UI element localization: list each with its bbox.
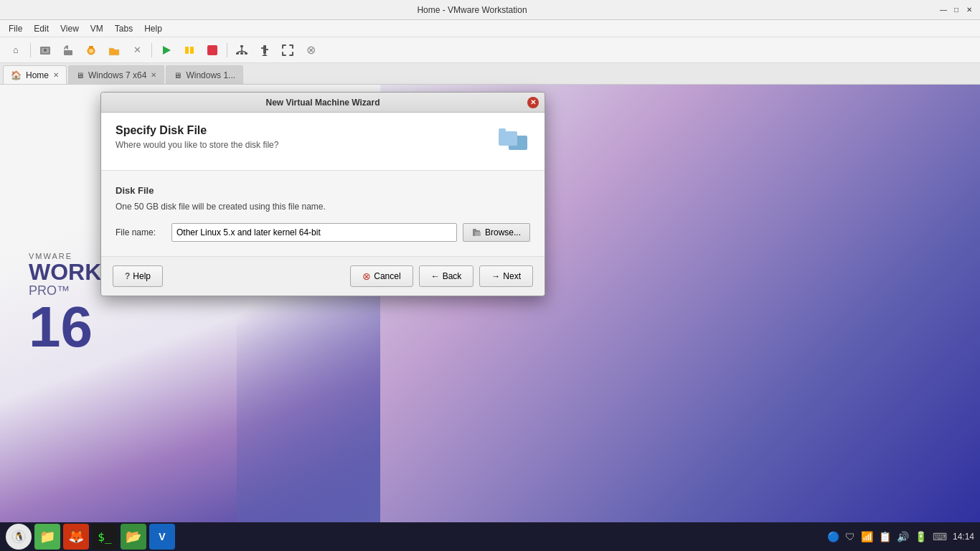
toolbar-power-on[interactable] <box>156 40 176 60</box>
menu-bar: File Edit View VM Tabs Help <box>0 20 980 37</box>
toolbar-separator-1 <box>30 43 31 57</box>
dialog-close-button[interactable]: ✕ <box>527 97 539 108</box>
title-bar: Home - VMware Workstation — □ ✕ <box>0 0 980 20</box>
back-button[interactable]: ← Back <box>419 265 474 287</box>
keyboard-icon[interactable]: ⌨ <box>933 531 947 542</box>
svg-point-5 <box>89 49 93 53</box>
svg-line-16 <box>237 51 242 52</box>
dialog-title-bar: New Virtual Machine Wizard ✕ <box>101 93 545 113</box>
taskbar-right: 🔵 🛡 📶 📋 🔊 🔋 ⌨ 14:14 <box>827 531 974 542</box>
tab-windows1-label: Windows 1... <box>186 70 235 80</box>
dialog-title: New Virtual Machine Wizard <box>118 98 527 108</box>
toolbar-snapshot-restore[interactable] <box>58 40 78 60</box>
tab-home[interactable]: 🏠 Home ✕ <box>3 65 67 84</box>
back-label: Back <box>443 271 462 281</box>
toolbar-separator-3 <box>227 43 227 57</box>
svg-rect-24 <box>499 131 517 146</box>
close-button[interactable]: ✕ <box>964 5 974 15</box>
clock: 14:14 <box>953 532 974 542</box>
menu-view[interactable]: View <box>55 22 85 35</box>
window-title: Home - VMware Workstation <box>6 5 938 15</box>
toolbar-snapshot-take[interactable] <box>81 40 101 60</box>
new-vm-wizard-dialog: New Virtual Machine Wizard ✕ Specify Dis… <box>100 92 545 296</box>
back-icon: ← <box>431 271 440 281</box>
minimize-button[interactable]: — <box>938 5 948 15</box>
file-name-row: File name: Browse... <box>116 223 530 242</box>
footer-right: ⊗ Cancel ← Back → Next <box>350 265 533 287</box>
dialog-body: Disk File One 50 GB disk file will be cr… <box>101 171 545 256</box>
vmware-taskbar-icon: V <box>159 531 165 542</box>
svg-rect-10 <box>207 45 217 55</box>
tab-windows7-label: Windows 7 x64 <box>88 70 146 80</box>
dialog-header-title: Specify Disk File <box>116 124 278 137</box>
section-desc: One 50 GB disk file will be created usin… <box>116 202 530 212</box>
taskbar-app-browser[interactable]: 🦊 <box>63 524 89 550</box>
next-icon: → <box>491 271 500 281</box>
svg-rect-12 <box>236 52 239 55</box>
taskbar-app-system[interactable]: 🐧 <box>6 524 32 550</box>
svg-text:🐧: 🐧 <box>14 531 24 542</box>
toolbar-home[interactable]: ⌂ <box>6 40 26 60</box>
toolbar-power-off[interactable] <box>202 40 222 60</box>
toolbar-snapshot-manager[interactable] <box>35 40 55 60</box>
menu-help[interactable]: Help <box>138 22 168 35</box>
svg-rect-9 <box>190 47 194 54</box>
svg-rect-20 <box>261 47 263 49</box>
browse-icon <box>472 227 482 237</box>
menu-vm[interactable]: VM <box>85 22 109 35</box>
dialog-icon <box>496 124 530 159</box>
taskbar-app-files[interactable]: 📁 <box>34 524 60 550</box>
file-name-input[interactable] <box>171 223 457 242</box>
next-label: Next <box>503 271 521 281</box>
svg-rect-25 <box>499 128 506 132</box>
tab-windows7-close[interactable]: ✕ <box>151 71 156 79</box>
main-area: VMWARE WORKSTATION PRO™ 16 New Virtual M… <box>0 85 980 522</box>
taskbar-app-vmware[interactable]: V <box>149 524 175 550</box>
menu-file[interactable]: File <box>3 22 28 35</box>
window-controls: — □ ✕ <box>938 5 974 15</box>
dialog-header: Specify Disk File Where would you like t… <box>101 113 545 171</box>
svg-point-2 <box>44 49 47 52</box>
toolbar-unity[interactable]: ⊗ <box>301 40 321 60</box>
tab-windows7[interactable]: 🖥 Windows 7 x64 ✕ <box>68 65 164 84</box>
help-button[interactable]: ? Help <box>113 265 163 287</box>
menu-edit[interactable]: Edit <box>28 22 55 35</box>
toolbar-separator-2 <box>151 43 152 57</box>
toolbar-close[interactable]: ✕ <box>127 40 147 60</box>
toolbar-fullscreen[interactable] <box>278 40 298 60</box>
network-icon[interactable]: 📶 <box>861 531 873 542</box>
cancel-label: Cancel <box>374 271 400 281</box>
section-title: Disk File <box>116 185 530 196</box>
toolbar-usb[interactable] <box>255 40 275 60</box>
volume-icon[interactable]: 🔊 <box>897 531 909 542</box>
taskbar-app-terminal[interactable]: $_ <box>92 524 118 550</box>
dialog-footer: ? Help ⊗ Cancel ← Back → Next <box>101 256 545 296</box>
browse-button[interactable]: Browse... <box>463 223 530 242</box>
svg-rect-13 <box>240 52 243 55</box>
tab-home-label: Home <box>26 70 49 80</box>
toolbar-network[interactable] <box>232 40 252 60</box>
help-icon: ? <box>125 271 130 281</box>
tab-home-close[interactable]: ✕ <box>53 71 59 79</box>
tabs-bar: 🏠 Home ✕ 🖥 Windows 7 x64 ✕ 🖥 Windows 1..… <box>0 63 980 85</box>
svg-marker-7 <box>163 46 171 55</box>
svg-rect-3 <box>64 50 72 55</box>
battery-icon[interactable]: 🔋 <box>915 531 927 542</box>
help-label: Help <box>133 271 151 281</box>
svg-line-18 <box>242 51 246 52</box>
taskbar-app-files2[interactable]: 📂 <box>121 524 146 550</box>
tab-windows1[interactable]: 🖥 Windows 1... <box>166 65 243 84</box>
footer-left: ? Help <box>113 265 163 287</box>
menu-tabs[interactable]: Tabs <box>109 22 138 35</box>
svg-rect-8 <box>185 47 189 54</box>
file-name-label: File name: <box>116 227 166 237</box>
toolbar-suspend[interactable] <box>179 40 199 60</box>
svg-rect-28 <box>475 232 481 236</box>
restore-button[interactable]: □ <box>951 5 961 15</box>
next-button[interactable]: → Next <box>479 265 533 287</box>
clipboard-icon[interactable]: 📋 <box>879 531 891 542</box>
shield-icon[interactable]: 🛡 <box>845 531 855 542</box>
bluetooth-icon[interactable]: 🔵 <box>827 531 839 542</box>
cancel-button[interactable]: ⊗ Cancel <box>350 265 413 287</box>
toolbar-open[interactable] <box>104 40 124 60</box>
